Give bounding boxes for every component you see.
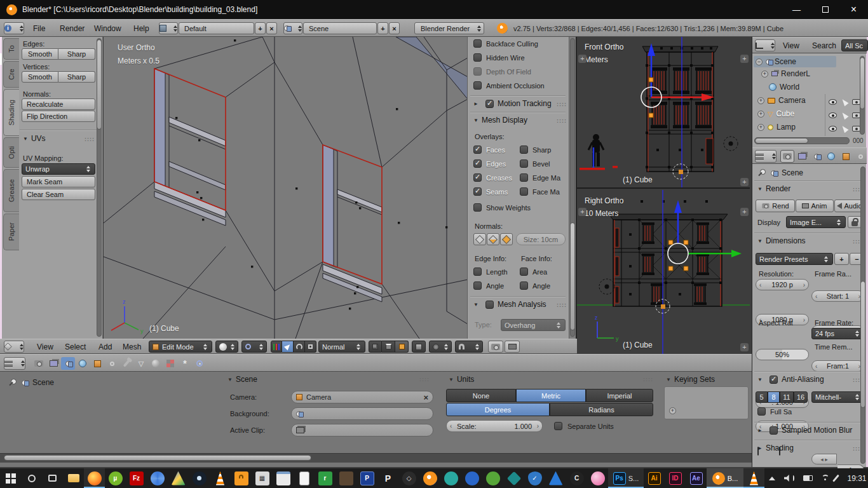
start-button[interactable] [0, 468, 21, 488]
sharp-checkbox[interactable] [520, 146, 528, 154]
tab-world[interactable] [76, 357, 90, 370]
preset-add-button[interactable]: + [834, 253, 849, 265]
crescent-app-icon[interactable]: C [566, 468, 587, 488]
background-field[interactable] [291, 407, 433, 420]
menu-file[interactable]: File [33, 24, 45, 33]
props-tab-world[interactable] [824, 150, 838, 163]
green-leaf-app-icon[interactable] [482, 468, 503, 488]
outliner-row-camera[interactable]: Camera [757, 96, 806, 105]
uvs-panel-grip[interactable]: :::: [85, 136, 95, 142]
props-tab-constraints[interactable] [853, 150, 867, 163]
tray-pen-icon[interactable] [835, 474, 837, 482]
vp-menu-mesh[interactable]: Mesh [123, 342, 141, 351]
screen-layout-field[interactable]: Default [179, 22, 254, 34]
mesh-analysis-checkbox[interactable] [485, 301, 494, 309]
pin-icon[interactable] [8, 378, 17, 387]
indesign-icon[interactable]: ID [665, 468, 686, 488]
camera-visibility-icon[interactable] [829, 99, 837, 105]
cube-expander[interactable] [757, 111, 764, 118]
mode-dropdown[interactable]: Edit Mode [149, 341, 212, 353]
bottom-editor-type[interactable] [4, 357, 25, 370]
tab-modifiers[interactable] [119, 357, 133, 370]
tray-battery-icon[interactable] [803, 475, 813, 481]
front-view-expand-left[interactable]: + [578, 55, 587, 63]
tab-material[interactable] [149, 357, 163, 370]
cube-visibility-icon[interactable] [829, 112, 837, 118]
renderlayers-expander[interactable] [761, 71, 768, 78]
outliner-menu-search[interactable]: Search [812, 41, 836, 50]
scale-manipulator-button[interactable] [305, 341, 316, 353]
render-opengl-anim-button[interactable] [505, 341, 520, 353]
lock-app-icon[interactable] [231, 468, 252, 488]
proportional-edit-dropdown[interactable] [429, 341, 452, 353]
flip-direction-button[interactable]: Flip Direction [22, 111, 95, 122]
antialiasing-panel-header[interactable]: Anti-Aliasing [757, 375, 824, 384]
tab-object[interactable] [90, 357, 104, 370]
face-select-button[interactable] [395, 341, 409, 353]
properties-vscroll-handle[interactable] [860, 281, 865, 408]
tab-paper[interactable]: Paper [3, 214, 19, 250]
cube-selectability-icon[interactable] [840, 111, 848, 120]
uvs-panel-header[interactable]: UVs [23, 134, 46, 143]
aa-filter-dropdown[interactable]: Mitchell- [811, 391, 864, 403]
aa-samples-8[interactable]: 8 [768, 391, 780, 403]
props-tab-scene[interactable] [810, 150, 824, 163]
translate-manipulator-button[interactable] [282, 341, 294, 353]
editor-type-selector[interactable]: i [4, 22, 24, 34]
task-view-button[interactable] [42, 468, 63, 488]
right-ortho-viewport[interactable]: zy Right Ortho 10 Meters (1) Cube + + + [577, 190, 750, 354]
ambient-occlusion-row[interactable]: Ambient Occlusion [473, 81, 545, 90]
tab-options[interactable]: Opti [3, 137, 19, 168]
outliner-row-scene[interactable]: Scene [754, 56, 836, 67]
units-imperial-button[interactable]: Imperial [586, 389, 653, 402]
utorrent-icon[interactable]: µ [105, 468, 126, 488]
viewport-shading-dropdown[interactable] [215, 341, 238, 353]
overlay-sharp[interactable]: Sharp [520, 146, 551, 154]
tray-clock[interactable]: 19:31 [848, 474, 867, 483]
outliner-hscroll-handle[interactable] [755, 138, 808, 144]
props-tab-render[interactable] [780, 150, 794, 163]
mesh-analysis-header[interactable]: Mesh Analysis [473, 300, 546, 309]
right-view-expand-right[interactable]: + [740, 208, 749, 216]
filezilla-icon[interactable]: Fz [126, 468, 147, 488]
blue-swirl-app-icon[interactable] [461, 468, 482, 488]
viewport-editor-type[interactable] [4, 341, 24, 353]
edge-angle-row[interactable]: Angle [473, 281, 504, 290]
animation-button[interactable]: Anim [796, 200, 834, 212]
unwrap-dropdown[interactable]: Unwrap [22, 163, 95, 175]
render-presets-dropdown[interactable]: Render Presets [756, 253, 833, 265]
edge-angle-checkbox[interactable] [473, 281, 482, 290]
lamp-visibility-icon[interactable] [829, 126, 837, 132]
units-radians-button[interactable]: Radians [550, 403, 653, 416]
face-area-row[interactable]: Area [520, 268, 547, 276]
creases-checkbox[interactable] [473, 173, 482, 182]
outliner-menu-view[interactable]: View [783, 41, 799, 50]
faces-checkbox[interactable] [473, 146, 482, 154]
firefox-icon[interactable] [84, 468, 105, 488]
motion-tracking-header[interactable]: Motion Tracking [473, 99, 552, 108]
outliner-row-lamp[interactable]: Lamp [757, 123, 796, 132]
outliner-vscroll-handle[interactable] [860, 57, 865, 109]
screen-layout-icon-button[interactable] [159, 22, 178, 34]
occlude-geometry-button[interactable] [412, 341, 426, 353]
vp-menu-add[interactable]: Add [98, 342, 112, 351]
split-normals-button[interactable] [487, 233, 499, 245]
illustrator-icon[interactable]: Ai [644, 468, 665, 488]
overlay-edge-marks[interactable]: Edge Ma [520, 173, 560, 182]
camera-expander[interactable] [757, 97, 764, 104]
face-normals-button[interactable] [500, 233, 513, 245]
menu-render[interactable]: Render [60, 24, 85, 33]
keying-sets-header[interactable]: Keying Sets [666, 375, 715, 384]
edge-select-button[interactable] [382, 341, 395, 353]
sampled-motion-blur-header[interactable]: Sampled Motion Blur [757, 426, 852, 435]
units-scale-field[interactable]: Scale: 1.000 [446, 420, 543, 432]
tab-render-layers[interactable] [46, 357, 60, 370]
teal-swirl-app-icon[interactable] [440, 468, 461, 488]
recalculate-button[interactable]: Recalculate [22, 98, 95, 110]
document-icon[interactable] [294, 468, 315, 488]
file-explorer-icon[interactable] [63, 468, 84, 488]
toolshelf-scrollbar-handle[interactable] [97, 39, 102, 130]
aa-samples-16[interactable]: 16 [794, 391, 808, 403]
antialiasing-checkbox[interactable] [770, 376, 778, 384]
tab-render[interactable] [32, 357, 46, 370]
